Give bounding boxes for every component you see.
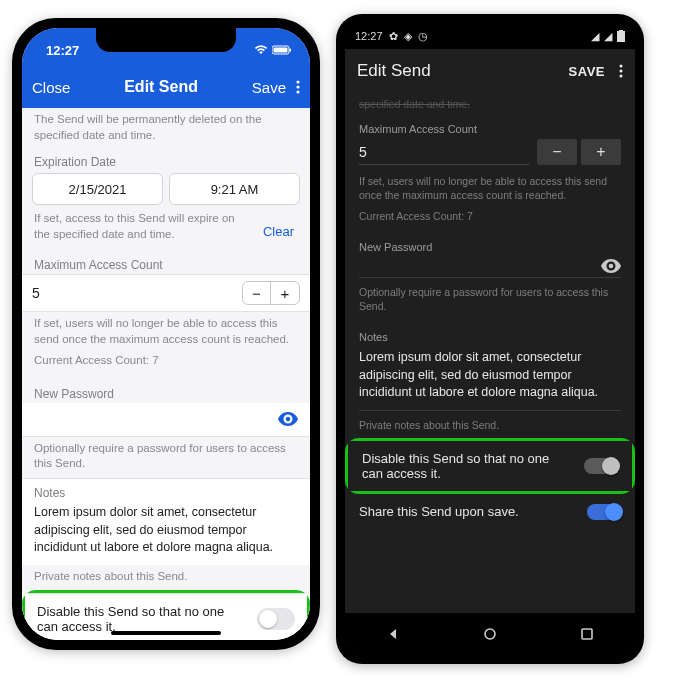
max-access-help: If set, users will no longer be able to … (345, 171, 635, 208)
share-on-save-label: Share this Send upon save. (359, 504, 519, 519)
disable-send-label: Disable this Send so that no one can acc… (362, 451, 572, 481)
max-access-value[interactable]: 5 (32, 285, 242, 301)
android-nav-bar (345, 613, 635, 655)
password-help: Optionally require a password for users … (22, 437, 310, 478)
notes-label: Notes (34, 485, 298, 502)
android-screen: 12:27 ✿ ◈ ◷ ◢ ◢ Edit Send SAVE specified… (345, 23, 635, 655)
svg-rect-14 (582, 629, 592, 639)
new-password-label: New Password (22, 381, 310, 403)
truncated-help: specified date and time. (345, 93, 635, 117)
android-status-bar: 12:27 ✿ ◈ ◷ ◢ ◢ (345, 23, 635, 49)
eye-icon[interactable] (278, 412, 298, 426)
android-form: specified date and time. Maximum Access … (345, 93, 635, 613)
svg-point-13 (485, 629, 495, 639)
max-access-stepper: − + (242, 281, 300, 305)
current-access-count: Current Access Count: 7 (22, 353, 310, 375)
ios-form: The Send will be permanently deleted on … (22, 108, 310, 640)
ios-device-frame: 12:27 Close Edit Send Save The Send will… (12, 18, 320, 650)
eye-icon[interactable] (601, 259, 621, 273)
more-icon[interactable] (619, 64, 623, 78)
notes-value[interactable]: Lorem ipsum dolor sit amet, consectetur … (345, 345, 635, 410)
clear-button[interactable]: Clear (263, 224, 294, 239)
share-on-save-toggle[interactable] (587, 504, 621, 520)
current-access-count: Current Access Count: 7 (345, 209, 635, 229)
ios-screen: 12:27 Close Edit Send Save The Send will… (22, 28, 310, 640)
notes-label: Notes (345, 325, 635, 345)
save-button[interactable]: Save (252, 79, 286, 96)
share-on-save-row: Share this Send upon save. (345, 494, 635, 530)
wifi-icon (254, 45, 268, 55)
password-help: Optionally require a password for users … (345, 282, 635, 319)
svg-rect-2 (290, 49, 292, 52)
ios-home-indicator[interactable] (111, 631, 221, 635)
stepper-minus-button[interactable]: − (537, 139, 577, 165)
android-appbar: Edit Send SAVE (345, 49, 635, 93)
highlight-disable: Disable this Send so that no one can acc… (345, 438, 635, 494)
status-time: 12:27 (40, 43, 79, 58)
disable-send-row: Disable this Send so that no one can acc… (348, 441, 632, 491)
notes-value: Lorem ipsum dolor sit amet, consectetur … (34, 504, 298, 557)
svg-point-5 (296, 90, 299, 93)
disable-send-toggle[interactable] (257, 608, 295, 630)
max-access-value[interactable]: 5 (359, 140, 529, 165)
new-password-row[interactable] (22, 403, 310, 437)
expiration-label: Expiration Date (22, 149, 310, 171)
status-icons (254, 45, 292, 55)
svg-point-3 (296, 80, 299, 83)
status-time: 12:27 (355, 30, 383, 42)
max-access-help: If set, users will no longer be able to … (22, 312, 310, 353)
svg-rect-1 (274, 48, 288, 53)
home-button[interactable] (481, 625, 499, 643)
svg-point-6 (286, 417, 291, 422)
ios-navbar: Close Edit Send Save (22, 66, 310, 108)
stepper-plus-button[interactable]: + (271, 282, 299, 304)
max-access-row: 5 − + (345, 137, 635, 171)
ios-notch (96, 28, 236, 52)
shield-icon: ◈ (404, 30, 412, 43)
expiration-date-field[interactable]: 2/15/2021 (32, 173, 163, 205)
page-title: Edit Send (124, 78, 198, 96)
svg-point-9 (620, 65, 623, 68)
svg-point-10 (620, 70, 623, 73)
recents-button[interactable] (578, 625, 596, 643)
max-access-stepper: − + (537, 139, 621, 165)
svg-point-11 (620, 75, 623, 78)
close-button[interactable]: Close (32, 79, 70, 96)
max-access-label: Maximum Access Count (345, 117, 635, 137)
delete-help: The Send will be permanently deleted on … (22, 108, 310, 149)
max-access-row: 5 − + (22, 274, 310, 312)
svg-point-4 (296, 85, 299, 88)
svg-point-12 (609, 263, 614, 268)
page-title: Edit Send (357, 61, 431, 81)
svg-rect-8 (619, 30, 623, 32)
notes-block[interactable]: Notes Lorem ipsum dolor sit amet, consec… (22, 478, 310, 565)
disable-send-label: Disable this Send so that no one can acc… (37, 604, 247, 634)
battery-icon (617, 30, 625, 42)
svg-rect-7 (617, 31, 625, 42)
disable-send-toggle[interactable] (584, 458, 618, 474)
gear-icon: ✿ (389, 30, 398, 43)
notes-help: Private notes about this Send. (22, 565, 310, 591)
back-button[interactable] (384, 625, 402, 643)
max-access-label: Maximum Access Count (22, 252, 310, 274)
notes-help: Private notes about this Send. (345, 415, 635, 438)
save-button[interactable]: SAVE (569, 64, 605, 79)
android-device-frame: 12:27 ✿ ◈ ◷ ◢ ◢ Edit Send SAVE specified… (336, 14, 644, 664)
new-password-row[interactable] (345, 255, 635, 277)
expiration-time-field[interactable]: 9:21 AM (169, 173, 300, 205)
more-icon[interactable] (296, 80, 300, 94)
stepper-minus-button[interactable]: − (243, 282, 271, 304)
battery-icon (272, 45, 292, 55)
signal-icon: ◢ (591, 30, 599, 43)
stepper-plus-button[interactable]: + (581, 139, 621, 165)
new-password-label: New Password (345, 235, 635, 255)
signal-icon: ◢ (604, 30, 612, 43)
clock-icon: ◷ (418, 30, 428, 43)
